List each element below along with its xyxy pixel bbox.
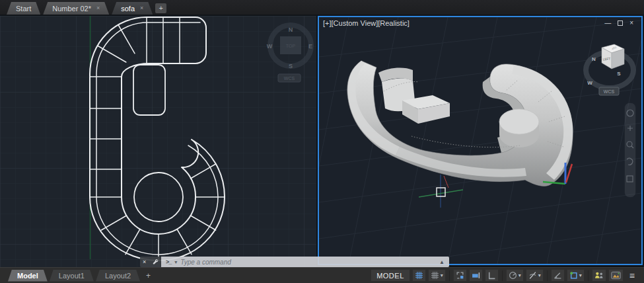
file-tab-bar: Start Number 02* × sofa × + — [0, 0, 644, 15]
isometric-drafting-toggle[interactable]: ▾ — [526, 269, 544, 282]
file-tab-sofa[interactable]: sofa × — [112, 2, 153, 15]
chevron-down-icon[interactable]: ▾ — [519, 272, 521, 278]
customize-wrench-icon[interactable] — [151, 259, 159, 266]
close-icon[interactable]: × — [96, 5, 100, 11]
grid-snap-icon — [431, 271, 439, 280]
file-tab-label: Start — [16, 5, 31, 13]
customization-menu-button[interactable]: ≡ — [626, 270, 639, 281]
2d-drawing-canvas: TOP N S W E WCS — [0, 16, 316, 267]
collaborate-button[interactable] — [592, 269, 606, 282]
chevron-down-icon[interactable]: ▾ — [538, 272, 541, 278]
expand-history-icon[interactable]: ▲ — [439, 259, 445, 265]
hardware-acceleration-button[interactable] — [608, 269, 624, 282]
new-layout-button[interactable]: + — [142, 271, 155, 280]
grid-display-toggle[interactable] — [412, 269, 426, 282]
collaborate-icon — [594, 271, 604, 280]
infer-constraints-icon — [456, 271, 464, 280]
compass-south-label[interactable]: S — [289, 63, 293, 69]
file-tab-number02[interactable]: Number 02* × — [43, 2, 109, 15]
file-tab-label: Number 02* — [52, 5, 91, 13]
wcs-label: WCS — [604, 89, 615, 94]
viewport-window-controls: — × — [604, 19, 633, 26]
annotation-monitor-icon — [554, 271, 562, 280]
compass-south-label[interactable]: S — [617, 71, 621, 77]
close-icon[interactable]: × — [629, 19, 633, 26]
cylinder-ottoman-top — [499, 109, 539, 134]
chevron-down-icon[interactable]: ▾ — [579, 272, 582, 278]
viewcube-3d[interactable]: N S W TOP LEFT WCS — [586, 44, 633, 95]
ucs-x-axis — [566, 164, 572, 182]
snap-mode-toggle[interactable]: ▾ — [428, 269, 446, 282]
3d-scene-canvas: N S W TOP LEFT WCS — [319, 17, 641, 264]
divider — [502, 270, 503, 281]
polar-tracking-toggle[interactable]: ▾ — [506, 269, 524, 282]
file-tab-start[interactable]: Start — [7, 2, 40, 15]
infer-constraints-toggle[interactable] — [453, 269, 467, 282]
close-icon[interactable]: × — [143, 259, 146, 265]
wcs-label: WCS — [284, 76, 295, 81]
compass-west-label[interactable]: W — [267, 43, 273, 50]
dynamic-input-icon — [472, 271, 480, 280]
compass-east-label[interactable]: E — [308, 43, 312, 50]
grid-display-icon — [415, 271, 423, 280]
minimize-icon[interactable]: — — [604, 19, 611, 26]
object-snap-icon — [569, 271, 578, 280]
new-tab-button[interactable]: + — [155, 3, 166, 13]
viewport-2d[interactable]: TOP N S W E WCS — [0, 16, 316, 267]
viewport-3d[interactable]: [+][Custom View][Realistic] — × — [318, 16, 643, 265]
tab-model[interactable]: Model — [8, 270, 48, 282]
autocad-window: Start Number 02* × sofa × + — [0, 0, 644, 283]
file-tab-label: sofa — [121, 5, 135, 13]
compass-north-label[interactable]: N — [592, 56, 596, 62]
divider — [449, 270, 450, 281]
command-placeholder[interactable]: Type a command — [180, 259, 231, 266]
model-space-toggle[interactable]: MODEL — [371, 269, 410, 282]
tab-layout1[interactable]: Layout1 — [50, 270, 94, 282]
restore-icon[interactable] — [618, 20, 623, 26]
object-snap-toggle[interactable]: ▾ — [567, 269, 585, 282]
command-prompt-icon: >_ — [166, 259, 171, 265]
navigation-bar[interactable] — [625, 103, 635, 197]
polar-tracking-icon — [509, 271, 517, 280]
sofa-3d-model[interactable] — [347, 61, 573, 186]
close-icon[interactable]: × — [140, 5, 143, 11]
viewcube-top-label[interactable]: TOP — [286, 44, 296, 48]
ortho-mode-icon — [487, 271, 496, 280]
tab-layout2[interactable]: Layout2 — [96, 270, 140, 282]
compass-west-label[interactable]: W — [587, 80, 592, 86]
viewport-controls-label[interactable]: [+][Custom View][Realistic] — [323, 19, 410, 27]
status-toggles: MODEL ▾ — [371, 269, 644, 282]
command-line-controls: × — [140, 257, 161, 267]
ortho-mode-toggle[interactable] — [485, 269, 499, 282]
status-bar: Model Layout1 Layout2 + MODEL ▾ — [0, 267, 644, 283]
hardware-acceleration-icon — [611, 271, 621, 280]
divider — [547, 270, 548, 281]
command-input-area[interactable]: >_ ▾ Type a command ▲ — [161, 257, 449, 267]
dynamic-input-toggle[interactable] — [469, 269, 483, 282]
annotation-monitor-toggle[interactable] — [551, 269, 565, 282]
divider — [588, 270, 589, 281]
layout-tab-bar: Model Layout1 Layout2 + — [0, 270, 155, 282]
command-line[interactable]: × >_ ▾ Type a command ▲ — [140, 257, 449, 267]
chevron-down-icon[interactable]: ▾ — [441, 272, 443, 278]
chevron-down-icon[interactable]: ▾ — [174, 259, 177, 265]
isometric-drafting-icon — [528, 271, 537, 280]
crosshair-cursor — [419, 175, 463, 208]
compass-north-label[interactable]: N — [289, 26, 293, 33]
